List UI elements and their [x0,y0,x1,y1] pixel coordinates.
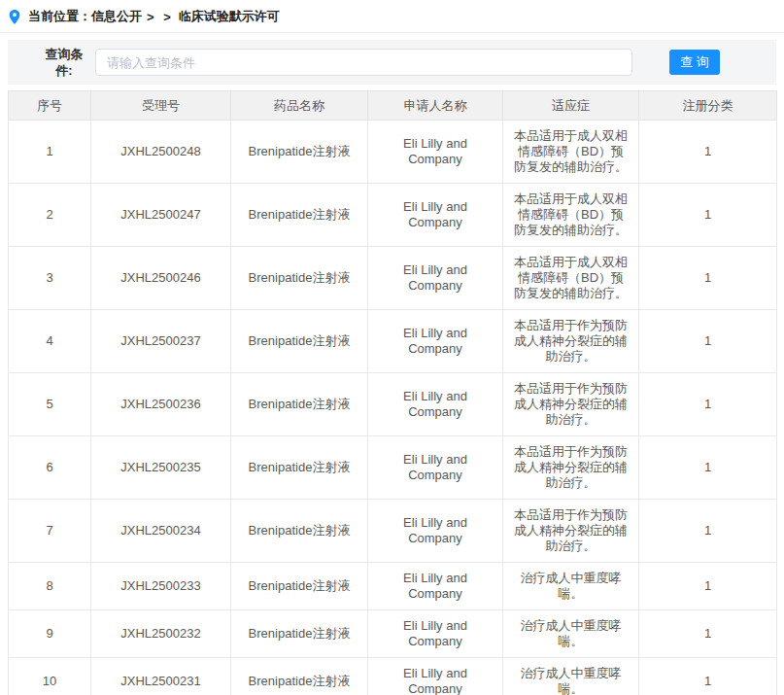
cell-index: 8 [9,563,91,610]
cell-indication: 本品适用于作为预防成人精神分裂症的辅助治疗。 [503,373,639,436]
location-pin-icon [8,9,21,25]
cell-registration-category: 1 [639,436,777,500]
cell-indication: 本品适用于成人双相情感障碍（BD）预防复发的辅助治疗。 [503,121,639,184]
col-header-drug-name: 药品名称 [231,91,368,121]
cell-drug-name: Brenipatide注射液 [231,184,368,247]
col-header-acceptance-no: 受理号 [91,91,231,121]
cell-acceptance-number: JXHL2500234 [91,500,231,563]
cell-applicant-name: Eli Lilly and Company [368,500,503,563]
cell-indication: 本品适用于作为预防成人精神分裂症的辅助治疗。 [503,500,639,563]
table-row: 2 JXHL2500247 Brenipatide注射液 Eli Lilly a… [9,184,777,247]
cell-registration-category: 1 [639,121,777,184]
cell-acceptance-number: JXHL2500235 [91,436,231,500]
table-row: 10 JXHL2500231 Brenipatide注射液 Eli Lilly … [9,658,777,695]
cell-acceptance-number: JXHL2500233 [91,563,231,610]
breadcrumb-divider [0,32,784,33]
cell-registration-category: 1 [639,247,777,310]
cell-registration-category: 1 [639,563,777,610]
col-header-indication: 适应症 [503,91,639,121]
col-header-category: 注册分类 [639,91,777,121]
cell-applicant-name: Eli Lilly and Company [368,610,503,658]
cell-drug-name: Brenipatide注射液 [231,121,368,184]
cell-drug-name: Brenipatide注射液 [231,247,368,310]
cell-indication: 治疗成人中重度哮喘。 [503,563,639,610]
breadcrumb-link-info-disclosure[interactable]: 信息公开 [91,8,142,25]
cell-acceptance-number: JXHL2500231 [91,658,231,695]
breadcrumb: 当前位置：信息公开> >临床试验默示许可 [0,0,784,32]
table-row: 4 JXHL2500237 Brenipatide注射液 Eli Lilly a… [9,310,777,373]
cell-acceptance-number: JXHL2500237 [91,310,231,373]
cell-acceptance-number: JXHL2500236 [91,373,231,436]
cell-acceptance-number: JXHL2500247 [91,184,231,247]
table-row: 8 JXHL2500233 Brenipatide注射液 Eli Lilly a… [9,563,777,610]
cell-index: 7 [9,500,91,563]
cell-acceptance-number: JXHL2500246 [91,247,231,310]
cell-index: 4 [9,310,91,373]
cell-indication: 本品适用于成人双相情感障碍（BD）预防复发的辅助治疗。 [503,247,639,310]
cell-applicant-name: Eli Lilly and Company [368,563,503,610]
table-row: 6 JXHL2500235 Brenipatide注射液 Eli Lilly a… [9,436,777,500]
cell-applicant-name: Eli Lilly and Company [368,121,503,184]
cell-indication: 治疗成人中重度哮喘。 [503,610,639,658]
results-table: 序号 受理号 药品名称 申请人名称 适应症 注册分类 1 JXHL2500248… [8,90,777,695]
cell-drug-name: Brenipatide注射液 [231,563,368,610]
cell-drug-name: Brenipatide注射液 [231,310,368,373]
cell-indication: 本品适用于成人双相情感障碍（BD）预防复发的辅助治疗。 [503,184,639,247]
cell-applicant-name: Eli Lilly and Company [368,184,503,247]
table-row: 1 JXHL2500248 Brenipatide注射液 Eli Lilly a… [9,121,777,184]
cell-index: 6 [9,436,91,500]
cell-registration-category: 1 [639,373,777,436]
cell-drug-name: Brenipatide注射液 [231,373,368,436]
cell-registration-category: 1 [639,500,777,563]
col-header-index: 序号 [9,91,91,121]
breadcrumb-label: 当前位置： [28,8,91,25]
cell-index: 2 [9,184,91,247]
cell-index: 9 [9,610,91,658]
table-row: 9 JXHL2500232 Brenipatide注射液 Eli Lilly a… [9,610,777,658]
cell-indication: 本品适用于作为预防成人精神分裂症的辅助治疗。 [503,310,639,373]
breadcrumb-separator: > > [147,10,174,24]
cell-drug-name: Brenipatide注射液 [231,500,368,563]
cell-index: 3 [9,247,91,310]
table-header-row: 序号 受理号 药品名称 申请人名称 适应症 注册分类 [9,91,777,121]
cell-drug-name: Brenipatide注射液 [231,436,368,500]
cell-applicant-name: Eli Lilly and Company [368,310,503,373]
cell-registration-category: 1 [639,310,777,373]
cell-applicant-name: Eli Lilly and Company [368,436,503,500]
query-input[interactable] [95,49,632,76]
cell-indication: 治疗成人中重度哮喘。 [503,658,639,695]
cell-index: 5 [9,373,91,436]
table-row: 3 JXHL2500246 Brenipatide注射液 Eli Lilly a… [9,247,777,310]
cell-acceptance-number: JXHL2500248 [91,121,231,184]
cell-registration-category: 1 [639,184,777,247]
cell-registration-category: 1 [639,610,777,658]
query-panel: 查询条件: 查 询 [8,40,776,85]
cell-drug-name: Brenipatide注射液 [231,610,368,658]
cell-index: 1 [9,121,91,184]
cell-drug-name: Brenipatide注射液 [231,658,368,695]
cell-index: 10 [9,658,91,695]
cell-applicant-name: Eli Lilly and Company [368,247,503,310]
table-row: 7 JXHL2500234 Brenipatide注射液 Eli Lilly a… [9,500,777,563]
cell-indication: 本品适用于作为预防成人精神分裂症的辅助治疗。 [503,436,639,500]
query-condition-label: 查询条件: [39,46,89,79]
cell-acceptance-number: JXHL2500232 [91,610,231,658]
cell-applicant-name: Eli Lilly and Company [368,658,503,695]
cell-applicant-name: Eli Lilly and Company [368,373,503,436]
col-header-applicant: 申请人名称 [368,91,503,121]
breadcrumb-current: 临床试验默示许可 [179,8,280,25]
cell-registration-category: 1 [639,658,777,695]
table-row: 5 JXHL2500236 Brenipatide注射液 Eli Lilly a… [9,373,777,436]
query-button[interactable]: 查 询 [669,50,720,75]
